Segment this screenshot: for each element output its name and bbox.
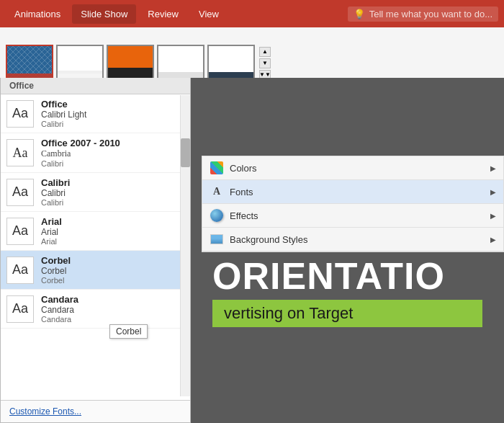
font-preview-arial: Aa (6, 218, 34, 245)
font-item-corbel[interactable]: Aa Corbel Corbel Corbel (1, 251, 190, 290)
font-info-office: Office Calibri Light Calibri (41, 99, 86, 128)
menu-view[interactable]: View (190, 4, 228, 24)
font-info-office2010: Office 2007 - 2010 Cambria Calibri (41, 138, 120, 168)
font-section-header: Office (1, 78, 190, 94)
font-preview-calibri: Aa (6, 179, 34, 206)
colors-arrow-icon: ▶ (490, 164, 496, 172)
panel-background[interactable]: Background Styles ▶ (202, 228, 503, 251)
font-preview-office: Aa (6, 100, 34, 128)
scrollbar-thumb[interactable] (181, 138, 190, 167)
panel-background-label: Background Styles (230, 234, 485, 245)
colors-icon (210, 161, 224, 175)
fonts-icon: A (210, 184, 224, 199)
main-area: Office Aa Office Calibri Light Calibri A… (0, 78, 504, 423)
svg-rect-19 (108, 46, 154, 68)
lightbulb-icon: 💡 (354, 9, 365, 19)
font-info-corbel: Corbel Corbel Corbel (41, 255, 71, 285)
menu-bar: Animations Slide Show Review View 💡 Tell… (0, 0, 504, 27)
font-preview-office2010: Aa (6, 139, 34, 166)
panel-effects-label: Effects (230, 210, 485, 221)
panel-colors[interactable]: Colors ▶ (202, 156, 503, 180)
search-placeholder: Tell me what you want to do... (369, 9, 492, 19)
font-item-arial[interactable]: Aa Arial Arial Arial (1, 212, 190, 251)
menu-slideshow[interactable]: Slide Show (72, 4, 136, 24)
panel-fonts-label: Fonts (230, 187, 485, 197)
svg-rect-10 (58, 46, 104, 71)
svg-rect-3 (7, 74, 53, 78)
theme-thumb-4[interactable] (157, 45, 204, 82)
theme-thumb-5[interactable] (207, 45, 255, 82)
font-item-candara[interactable]: Aa Candara Candara Candara (1, 290, 190, 329)
panel-fonts[interactable]: A Fonts ▶ (202, 180, 503, 204)
panel-colors-label: Colors (230, 163, 485, 174)
theme-thumb-3[interactable] (107, 45, 154, 82)
ribbon-scroll: ▲ ▼ ▼▼ (259, 47, 271, 80)
font-item-office2010[interactable]: Aa Office 2007 - 2010 Cambria Calibri (1, 133, 190, 173)
font-item-office[interactable]: Aa Office Calibri Light Calibri (1, 94, 190, 133)
menu-review[interactable]: Review (139, 4, 187, 24)
font-preview-candara: Aa (6, 295, 34, 323)
slide-subtitle: vertising on Target (224, 304, 353, 322)
ribbon-scroll-down[interactable]: ▼ (259, 58, 271, 68)
slide-subtitle-bar: vertising on Target (212, 300, 482, 327)
menu-animations[interactable]: Animations (6, 4, 69, 24)
customize-fonts-link[interactable]: Customize Fonts... (1, 400, 190, 422)
right-panel: Colors ▶ A Fonts ▶ Effects ▶ Background … (202, 156, 504, 252)
theme-thumb-2[interactable] (56, 45, 104, 82)
font-scrollbar[interactable] (180, 95, 190, 396)
background-arrow-icon: ▶ (490, 236, 496, 244)
search-box[interactable]: 💡 Tell me what you want to do... (348, 6, 498, 22)
ribbon-scroll-up[interactable]: ▲ (259, 47, 271, 57)
font-info-arial: Arial Arial Arial (41, 216, 62, 246)
theme-thumb-1[interactable] (6, 45, 53, 82)
fonts-arrow-icon: ▶ (490, 188, 496, 196)
font-item-calibri[interactable]: Aa Calibri Calibri Calibri (1, 173, 190, 212)
font-info-candara: Candara Candara Candara (41, 294, 78, 324)
background-icon (210, 232, 224, 246)
font-dropdown: Office Aa Office Calibri Light Calibri A… (0, 78, 191, 423)
panel-effects[interactable]: Effects ▶ (202, 204, 503, 228)
font-preview-corbel: Aa (6, 257, 34, 284)
font-info-calibri: Calibri Calibri Calibri (41, 177, 70, 207)
effects-icon (210, 208, 224, 223)
effects-arrow-icon: ▶ (490, 212, 496, 220)
